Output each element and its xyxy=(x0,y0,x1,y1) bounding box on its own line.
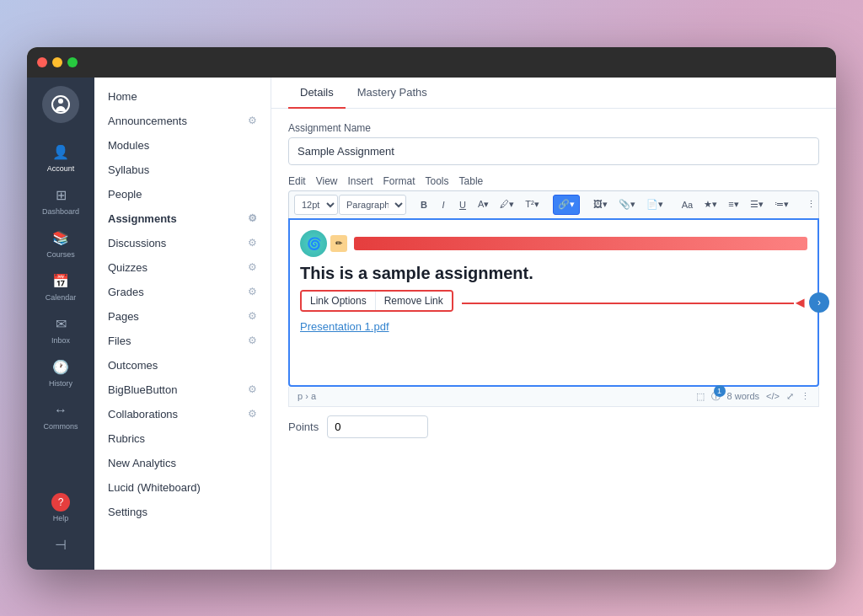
maximize-button[interactable] xyxy=(67,57,78,67)
footer-badge: 1 xyxy=(714,385,726,397)
nav-item-bigbluebutton[interactable]: BigBlueButton ⚙ xyxy=(94,378,271,402)
nav-item-syllabus[interactable]: Syllabus xyxy=(94,158,271,182)
nav-item-discussions[interactable]: Discussions ⚙ xyxy=(94,231,271,255)
account-icon: 👤 xyxy=(51,143,70,162)
editor-header-row: 🌀 ✏ xyxy=(300,230,807,257)
sidebar-item-courses[interactable]: 📚 Courses xyxy=(27,222,94,265)
font-size-select[interactable]: 12pt xyxy=(294,195,338,215)
assignment-name-input[interactable] xyxy=(288,137,819,165)
history-icon: 🕐 xyxy=(51,358,70,377)
footer-icon-1[interactable]: ⬚ xyxy=(696,391,705,402)
sidebar-item-commons[interactable]: ↔ Commons xyxy=(27,394,94,437)
text-color-button[interactable]: A▾ xyxy=(473,195,494,215)
commons-icon: ↔ xyxy=(51,401,70,420)
style-button[interactable]: Aa xyxy=(677,195,698,215)
traffic-lights xyxy=(37,57,78,67)
tools-menu[interactable]: Tools xyxy=(426,175,449,187)
nav-item-pages[interactable]: Pages ⚙ xyxy=(94,304,271,329)
titlebar xyxy=(27,47,836,78)
more-footer-button[interactable]: ⋮ xyxy=(801,391,810,402)
points-label: Points xyxy=(288,420,319,433)
edit-menu[interactable]: Edit xyxy=(288,175,306,187)
minimize-button[interactable] xyxy=(52,57,62,67)
remove-link-button[interactable]: Remove Link xyxy=(376,292,452,310)
nav-item-people[interactable]: People xyxy=(94,182,271,206)
nav-outcomes-label: Outcomes xyxy=(108,359,158,372)
pdf-link[interactable]: Presentation 1.pdf xyxy=(300,320,807,333)
sidebar-expand-button[interactable]: › xyxy=(809,292,829,313)
expand-button[interactable]: ⤢ xyxy=(786,391,794,402)
style-group: Aa ★▾ ≡▾ ☰▾ ≔▾ xyxy=(677,195,794,215)
superscript-button[interactable]: T²▾ xyxy=(520,195,544,215)
link-options-button[interactable]: Link Options xyxy=(302,292,376,310)
highlight-button[interactable]: 🖊▾ xyxy=(495,195,519,215)
nav-home-label: Home xyxy=(108,90,137,103)
tab-mastery-paths[interactable]: Mastery Paths xyxy=(346,78,439,109)
nav-item-lucid[interactable]: Lucid (Whiteboard) xyxy=(94,475,271,500)
nav-item-new-analytics[interactable]: New Analytics xyxy=(94,451,271,475)
nav-item-announcements[interactable]: Announcements ⚙ xyxy=(94,109,271,133)
sidebar-item-history[interactable]: 🕐 History xyxy=(27,351,94,394)
format-menu[interactable]: Format xyxy=(383,175,415,187)
nav-announcements-icon: ⚙ xyxy=(248,115,257,126)
arrow-container: ◄ xyxy=(462,294,807,312)
bold-button[interactable]: B xyxy=(415,195,433,215)
nav-grades-label: Grades xyxy=(108,286,144,298)
link-button[interactable]: 🔗▾ xyxy=(553,195,580,215)
points-row: Points xyxy=(288,415,819,438)
courses-icon: 📚 xyxy=(51,229,70,248)
doc-button[interactable]: 📄▾ xyxy=(641,195,668,215)
nav-discussions-label: Discussions xyxy=(108,237,166,249)
nav-item-assignments[interactable]: Assignments ⚙ xyxy=(94,206,271,231)
nav-assignments-label: Assignments xyxy=(108,212,177,225)
sidebar: 👤 Account ⊞ Dashboard 📚 Courses 📅 Calend… xyxy=(27,78,94,570)
image-button[interactable]: 🖼▾ xyxy=(588,195,613,215)
nav-item-rubrics[interactable]: Rubrics xyxy=(94,426,271,451)
sidebar-logo[interactable] xyxy=(42,86,79,123)
sidebar-item-dashboard[interactable]: ⊞ Dashboard xyxy=(27,179,94,222)
sidebar-item-help[interactable]: ? Help xyxy=(48,486,73,529)
editor-footer-right: ⬚ ⓘ 1 8 words </> ⤢ ⋮ xyxy=(696,390,810,403)
nav-item-outcomes[interactable]: Outcomes xyxy=(94,353,271,378)
html-button[interactable]: </> xyxy=(766,391,780,401)
paragraph-select[interactable]: Paragraph xyxy=(339,195,406,215)
sidebar-item-account[interactable]: 👤 Account xyxy=(27,137,94,179)
italic-button[interactable]: I xyxy=(434,195,453,215)
nav-item-collaborations[interactable]: Collaborations ⚙ xyxy=(94,402,271,426)
table-menu[interactable]: Table xyxy=(459,175,484,187)
more-list-button[interactable]: ≔▾ xyxy=(769,195,794,215)
sidebar-history-label: History xyxy=(49,379,72,388)
inbox-icon: ✉ xyxy=(51,315,70,334)
pdf-link-row: Presentation 1.pdf xyxy=(300,320,807,333)
nav-item-settings[interactable]: Settings xyxy=(94,500,271,524)
nav-pages-icon: ⚙ xyxy=(248,310,257,322)
nav-collaborations-label: Collaborations xyxy=(108,408,178,420)
underline-button[interactable]: U xyxy=(453,195,472,215)
editor-path: p › a xyxy=(297,391,316,401)
view-menu[interactable]: View xyxy=(316,175,338,187)
editor-toolbar: 12pt Paragraph B I U A▾ 🖊▾ T²▾ xyxy=(288,190,819,218)
points-input[interactable] xyxy=(327,415,428,438)
tab-details[interactable]: Details xyxy=(288,78,346,109)
nav-people-label: People xyxy=(108,188,142,201)
more-options-button[interactable]: ⋮ xyxy=(802,195,819,215)
nav-item-quizzes[interactable]: Quizzes ⚙ xyxy=(94,255,271,280)
sidebar-calendar-label: Calendar xyxy=(46,293,77,302)
sidebar-item-calendar[interactable]: 📅 Calendar xyxy=(27,265,94,308)
close-button[interactable] xyxy=(37,57,47,67)
sidebar-item-collapse[interactable]: ⊣ xyxy=(48,529,73,561)
insert-menu[interactable]: Insert xyxy=(347,175,373,187)
sidebar-item-inbox[interactable]: ✉ Inbox xyxy=(27,308,94,351)
nav-item-files[interactable]: Files ⚙ xyxy=(94,329,271,353)
nav-item-home[interactable]: Home xyxy=(94,84,271,109)
nav-lucid-label: Lucid (Whiteboard) xyxy=(108,481,201,494)
link-row-container: Link Options Remove Link ◄ xyxy=(300,290,807,317)
list-button[interactable]: ☰▾ xyxy=(745,195,769,215)
special-btn[interactable]: ★▾ xyxy=(699,195,722,215)
media-button[interactable]: 📎▾ xyxy=(614,195,641,215)
nav-item-grades[interactable]: Grades ⚙ xyxy=(94,280,271,304)
align-button[interactable]: ≡▾ xyxy=(723,195,743,215)
nav-item-modules[interactable]: Modules xyxy=(94,133,271,158)
nav-modules-label: Modules xyxy=(108,139,149,152)
editor-body[interactable]: 🌀 ✏ This is a sample assignment. Link Op… xyxy=(288,218,819,387)
